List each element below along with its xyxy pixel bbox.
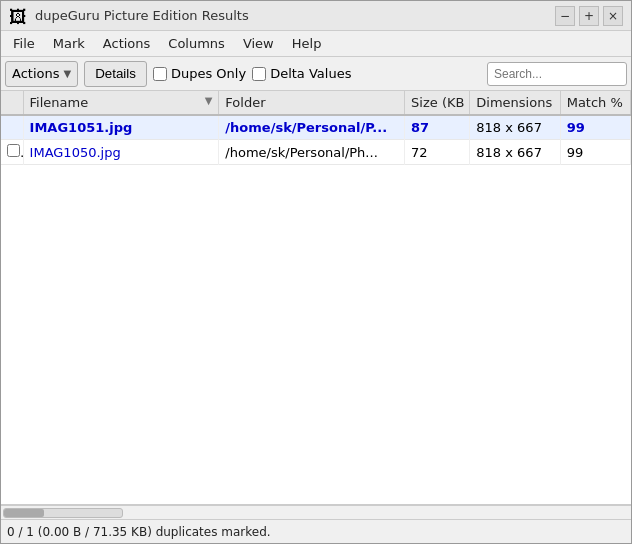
window-controls: − + × (555, 6, 623, 26)
table-row[interactable]: IMAG1051.jpg/home/sk/Personal/P...87818 … (1, 115, 631, 140)
actions-button[interactable]: Actions ▼ (5, 61, 78, 87)
col-header-dimensions[interactable]: Dimensions (470, 91, 560, 115)
table-body: IMAG1051.jpg/home/sk/Personal/P...87818 … (1, 115, 631, 165)
menu-columns[interactable]: Columns (160, 34, 233, 53)
delta-values-group[interactable]: Delta Values (252, 66, 351, 81)
row-size: 87 (405, 115, 470, 140)
maximize-button[interactable]: + (579, 6, 599, 26)
scrollbar-thumb[interactable] (4, 509, 44, 517)
row-match: 99 (560, 115, 630, 140)
row-filename[interactable]: IMAG1051.jpg (23, 115, 219, 140)
table-container: Filename ▼ Folder Size (KB Dimensions Ma… (1, 91, 631, 505)
results-table: Filename ▼ Folder Size (KB Dimensions Ma… (1, 91, 631, 165)
titlebar: 🖼 dupeGuru Picture Edition Results − + × (1, 1, 631, 31)
titlebar-left: 🖼 dupeGuru Picture Edition Results (9, 6, 249, 26)
dupes-only-label: Dupes Only (171, 66, 246, 81)
menu-view[interactable]: View (235, 34, 282, 53)
minimize-button[interactable]: − (555, 6, 575, 26)
actions-dropdown-icon: ▼ (64, 68, 72, 79)
menu-mark[interactable]: Mark (45, 34, 93, 53)
toolbar: Actions ▼ Details Dupes Only Delta Value… (1, 57, 631, 91)
row-size: 72 (405, 140, 470, 165)
menu-actions[interactable]: Actions (95, 34, 159, 53)
col-header-size[interactable]: Size (KB (405, 91, 470, 115)
app-icon: 🖼 (9, 6, 29, 26)
dupes-only-group[interactable]: Dupes Only (153, 66, 246, 81)
actions-label: Actions (12, 66, 60, 81)
dupes-only-checkbox[interactable] (153, 67, 167, 81)
delta-values-checkbox[interactable] (252, 67, 266, 81)
scrollbar-area (1, 505, 631, 519)
close-button[interactable]: × (603, 6, 623, 26)
col-header-match[interactable]: Match % (560, 91, 630, 115)
row-checkbox[interactable] (7, 144, 20, 157)
sort-icon-filename: ▼ (205, 95, 213, 106)
row-dimensions: 818 x 667 (470, 140, 560, 165)
delta-values-label: Delta Values (270, 66, 351, 81)
horizontal-scrollbar[interactable] (3, 508, 123, 518)
menu-file[interactable]: File (5, 34, 43, 53)
status-text: 0 / 1 (0.00 B / 71.35 KB) duplicates mar… (7, 525, 271, 539)
statusbar: 0 / 1 (0.00 B / 71.35 KB) duplicates mar… (1, 519, 631, 543)
row-folder: /home/sk/Personal/P... (219, 115, 405, 140)
menu-help[interactable]: Help (284, 34, 330, 53)
row-filename[interactable]: IMAG1050.jpg (23, 140, 219, 165)
row-match: 99 (560, 140, 630, 165)
title-text: dupeGuru Picture Edition Results (35, 8, 249, 23)
col-header-folder[interactable]: Folder (219, 91, 405, 115)
row-checkbox-cell (1, 115, 23, 140)
table-header-row: Filename ▼ Folder Size (KB Dimensions Ma… (1, 91, 631, 115)
table-row[interactable]: IMAG1050.jpg/home/sk/Personal/Ph...72818… (1, 140, 631, 165)
row-folder: /home/sk/Personal/Ph... (219, 140, 405, 165)
col-header-filename[interactable]: Filename ▼ (23, 91, 219, 115)
col-header-check (1, 91, 23, 115)
search-input[interactable] (487, 62, 627, 86)
row-checkbox-cell (1, 140, 23, 165)
details-button[interactable]: Details (84, 61, 147, 87)
menubar: File Mark Actions Columns View Help (1, 31, 631, 57)
row-dimensions: 818 x 667 (470, 115, 560, 140)
